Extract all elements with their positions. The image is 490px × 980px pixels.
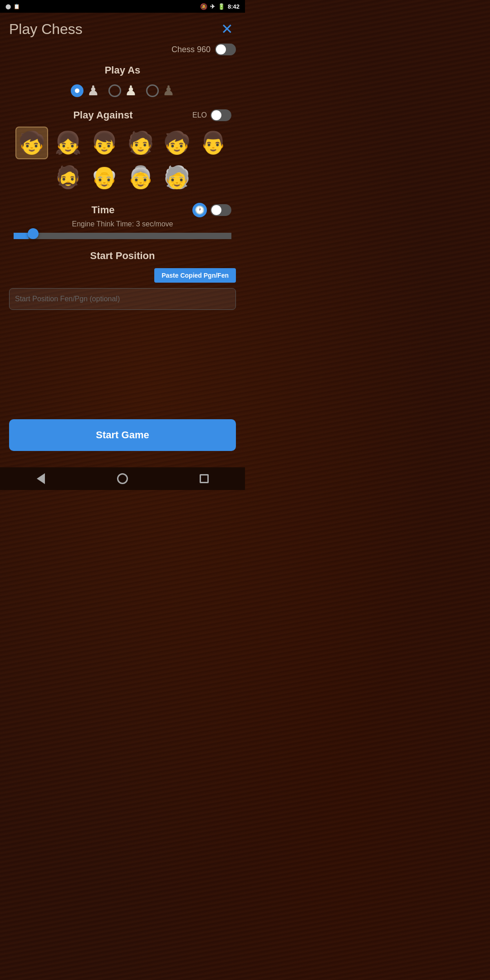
play-against-section: Play Against ELO 🧒 👧 👦 🧑 🧒 👨 xyxy=(9,109,236,194)
time-title: Time xyxy=(14,204,192,216)
start-game-button[interactable]: Start Game xyxy=(9,419,236,451)
think-time-label: Engine Think Time: 3 sec/move xyxy=(9,220,236,228)
play-as-options: ♟ ♟ ♟ xyxy=(9,83,236,98)
sim-icon: ⬤ xyxy=(5,4,11,10)
status-bar: ⬤ 📋 🔕 ✈ 🔋 8:42 xyxy=(0,0,245,13)
play-against-header: Play Against ELO xyxy=(9,109,236,121)
paste-button[interactable]: Paste Copied Pgn/Fen xyxy=(154,268,236,283)
white2-piece-icon: ♟ xyxy=(125,83,137,98)
time-toggle[interactable] xyxy=(211,204,231,216)
slider-container xyxy=(9,233,236,241)
avatar-old-woman[interactable]: 👵 xyxy=(124,161,157,194)
play-as-title: Play As xyxy=(9,64,236,76)
status-time: 8:42 xyxy=(228,3,240,10)
close-icon: ✕ xyxy=(221,20,233,38)
page-title: Play Chess xyxy=(9,21,83,38)
position-input[interactable] xyxy=(9,288,236,310)
avatar-teen[interactable]: 🧒 xyxy=(161,127,193,159)
avatar-boy[interactable]: 👦 xyxy=(88,127,121,159)
play-against-title: Play Against xyxy=(14,109,192,121)
status-bar-left: ⬤ 📋 xyxy=(5,4,20,10)
airplane-icon: ✈ xyxy=(210,3,215,10)
elo-label: ELO xyxy=(192,111,207,119)
play-as-white2-option[interactable]: ♟ xyxy=(108,83,137,98)
chess960-label: Chess 960 xyxy=(172,45,211,54)
time-toggle-row: 🕐 xyxy=(192,203,231,217)
avatar-person[interactable]: 🧑 xyxy=(124,127,157,159)
white-piece-icon: ♟ xyxy=(87,83,99,98)
status-bar-right: 🔕 ✈ 🔋 8:42 xyxy=(200,3,240,10)
start-position-section: Start Position Paste Copied Pgn/Fen xyxy=(9,250,236,310)
back-icon xyxy=(37,473,45,484)
elo-toggle-row: ELO xyxy=(192,109,231,121)
play-as-white-radio[interactable] xyxy=(71,84,83,97)
avatar-grid: 🧒 👧 👦 🧑 🧒 👨 🧔 👴 👵 🧓 xyxy=(9,127,236,194)
elo-toggle[interactable] xyxy=(211,109,231,121)
memo-icon: 📋 xyxy=(14,4,20,10)
paste-row: Paste Copied Pgn/Fen xyxy=(9,268,236,285)
avatar-baby[interactable]: 🧒 xyxy=(15,127,48,159)
play-as-white2-radio[interactable] xyxy=(108,84,121,97)
avatar-row-1: 🧒 👧 👦 🧑 🧒 👨 xyxy=(15,127,230,159)
avatar-beard[interactable]: 🧔 xyxy=(52,161,84,194)
time-slider[interactable] xyxy=(14,233,231,239)
clock-icon: 🕐 xyxy=(192,203,207,217)
avatar-girl[interactable]: 👧 xyxy=(52,127,84,159)
black-piece-icon: ♟ xyxy=(162,83,175,98)
home-button[interactable] xyxy=(111,470,134,488)
bottom-nav xyxy=(0,467,245,490)
notification-off-icon: 🔕 xyxy=(200,3,207,10)
home-icon xyxy=(117,473,128,484)
play-as-black-option[interactable]: ♟ xyxy=(146,83,175,98)
avatar-man[interactable]: 👨 xyxy=(197,127,230,159)
battery-icon: 🔋 xyxy=(218,3,225,10)
avatar-row-2: 🧔 👴 👵 🧓 xyxy=(52,161,193,194)
recent-icon xyxy=(200,474,209,483)
avatar-old-man[interactable]: 👴 xyxy=(88,161,121,194)
play-as-section: Play As ♟ ♟ ♟ xyxy=(9,64,236,98)
chess960-row: Chess 960 xyxy=(9,44,236,55)
close-button[interactable]: ✕ xyxy=(218,20,236,38)
chess960-toggle[interactable] xyxy=(215,44,236,55)
play-as-white-option[interactable]: ♟ xyxy=(71,83,99,98)
time-section: Time 🕐 Engine Think Time: 3 sec/move xyxy=(9,203,236,241)
avatar-elder[interactable]: 🧓 xyxy=(161,161,193,194)
header: Play Chess ✕ xyxy=(9,20,236,38)
back-button[interactable] xyxy=(29,470,52,488)
start-position-title: Start Position xyxy=(9,250,236,262)
play-as-black-radio[interactable] xyxy=(146,84,159,97)
time-header: Time 🕐 xyxy=(9,203,236,217)
recent-button[interactable] xyxy=(193,470,216,488)
